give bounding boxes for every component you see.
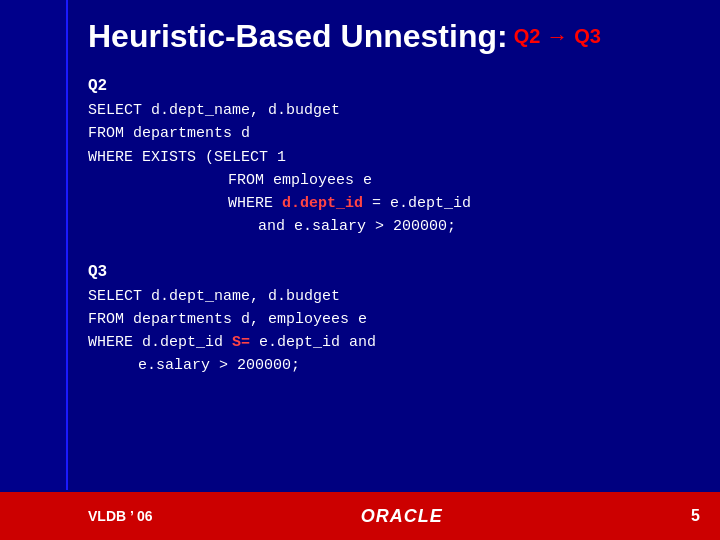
q3-section: Q3 SELECT d.dept_name, d.budget FROM dep… — [88, 263, 696, 378]
q3-line-2: FROM departments d, employees e — [88, 308, 696, 331]
left-stripe — [0, 0, 68, 490]
slide: Heuristic-Based Unnesting: Q2 → Q3 Q2 SE… — [0, 0, 720, 540]
page-number: 5 — [691, 507, 700, 525]
q3-label: Q3 — [88, 263, 696, 281]
oracle-logo-area: ORACLE — [361, 506, 443, 527]
q3-line-1: SELECT d.dept_name, d.budget — [88, 285, 696, 308]
title-q3: Q3 — [574, 25, 601, 48]
q3-code: SELECT d.dept_name, d.budget FROM depart… — [88, 285, 696, 378]
footer-conference: VLDB ’ 06 — [88, 508, 153, 524]
title-text: Heuristic-Based Unnesting: — [88, 18, 508, 55]
q2-line-1: SELECT d.dept_name, d.budget — [88, 99, 696, 122]
q3-highlight-s-eq: S= — [232, 334, 250, 351]
main-content: Heuristic-Based Unnesting: Q2 → Q3 Q2 SE… — [68, 0, 720, 540]
q3-line-4: e.salary > 200000; — [138, 354, 696, 377]
q2-line-6: and e.salary > 200000; — [258, 215, 696, 238]
title-q2: Q2 — [514, 25, 541, 48]
q2-line-5: WHERE d.dept_id = e.dept_id — [228, 192, 696, 215]
q2-line-2: FROM departments d — [88, 122, 696, 145]
q2-highlight-dept-id: d.dept_id — [282, 195, 363, 212]
footer: VLDB ’ 06 ORACLE 5 — [0, 492, 720, 540]
q2-label: Q2 — [88, 77, 696, 95]
title-arrow: → — [546, 24, 568, 50]
q2-line-3: WHERE EXISTS (SELECT 1 — [88, 146, 696, 169]
oracle-logo-text: ORACLE — [361, 506, 443, 527]
q2-line-4: FROM employees e — [228, 169, 696, 192]
q2-code: SELECT d.dept_name, d.budget FROM depart… — [88, 99, 696, 239]
q2-section: Q2 SELECT d.dept_name, d.budget FROM dep… — [88, 77, 696, 239]
q3-line-3: WHERE d.dept_id S= e.dept_id and — [88, 331, 696, 354]
slide-title: Heuristic-Based Unnesting: Q2 → Q3 — [88, 18, 696, 55]
